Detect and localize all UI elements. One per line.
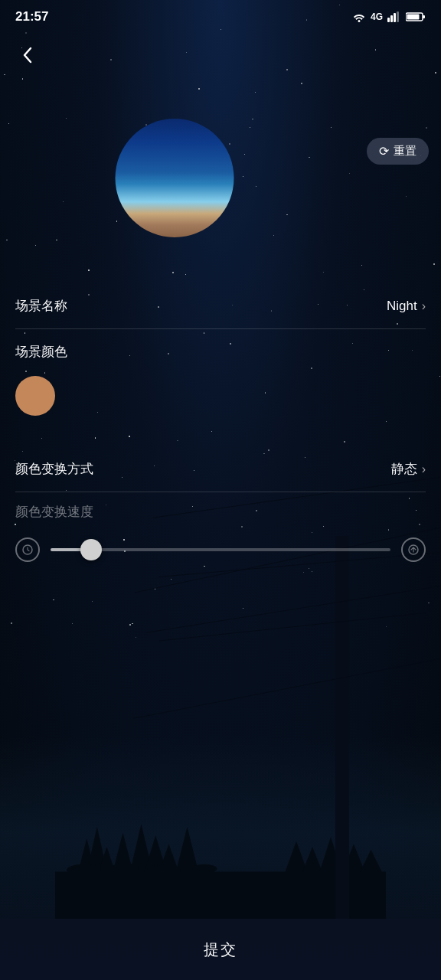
status-icons: 4G xyxy=(352,11,426,22)
slider-max-icon xyxy=(401,537,426,562)
scene-name-row[interactable]: 场景名称 Night › xyxy=(15,283,426,329)
slider-min-icon xyxy=(15,537,40,562)
transition-value-container: 静态 › xyxy=(391,460,426,478)
signal-4g-icon: 4G xyxy=(371,11,383,22)
slider-container xyxy=(15,537,426,562)
tree-silhouette xyxy=(0,735,441,919)
back-button[interactable] xyxy=(12,40,43,70)
svg-rect-18 xyxy=(387,18,390,22)
svg-rect-19 xyxy=(390,15,393,22)
transition-value: 静态 xyxy=(391,460,417,478)
svg-rect-23 xyxy=(423,15,425,18)
reset-icon: ⟳ xyxy=(379,144,389,158)
slider-track[interactable] xyxy=(51,548,390,551)
svg-rect-20 xyxy=(394,13,396,22)
speed-slider-section: 颜色变换速度 xyxy=(15,492,426,573)
pole-silhouette xyxy=(335,536,349,919)
svg-point-9 xyxy=(109,864,139,873)
scene-name-value: Night xyxy=(387,299,417,314)
battery-icon xyxy=(406,11,426,22)
slider-thumb[interactable] xyxy=(80,539,102,560)
scene-color-label: 场景颜色 xyxy=(15,343,426,361)
wifi-icon xyxy=(352,11,366,22)
transition-row[interactable]: 颜色变换方式 静态 › xyxy=(15,446,426,492)
reset-button[interactable]: ⟳ 重置 xyxy=(367,138,429,165)
scene-name-label: 场景名称 xyxy=(15,297,67,315)
settings-panel: 场景名称 Night › 场景颜色 颜色变换方式 静态 › 颜色变换速度 xyxy=(0,283,441,573)
moon-preview xyxy=(116,119,234,237)
signal-bars-icon xyxy=(387,11,401,22)
status-time: 21:57 xyxy=(15,9,48,24)
scene-name-value-container: Night › xyxy=(387,299,426,314)
fast-icon xyxy=(407,544,420,556)
status-bar: 21:57 4G xyxy=(0,0,441,34)
transition-chevron: › xyxy=(422,462,426,476)
speed-label: 颜色变换速度 xyxy=(15,503,426,521)
back-arrow-icon xyxy=(23,47,32,64)
color-swatch[interactable] xyxy=(15,376,55,416)
reset-label: 重置 xyxy=(394,144,416,158)
svg-rect-24 xyxy=(407,15,420,20)
slow-icon xyxy=(21,544,34,556)
svg-marker-13 xyxy=(302,847,323,873)
transition-label: 颜色变换方式 xyxy=(15,460,93,478)
scene-name-chevron: › xyxy=(422,299,426,313)
scene-color-section: 场景颜色 xyxy=(15,329,426,423)
svg-rect-21 xyxy=(397,11,399,22)
svg-marker-16 xyxy=(360,850,383,873)
submit-bar: 提交 xyxy=(0,919,441,980)
submit-button[interactable]: 提交 xyxy=(204,939,237,960)
